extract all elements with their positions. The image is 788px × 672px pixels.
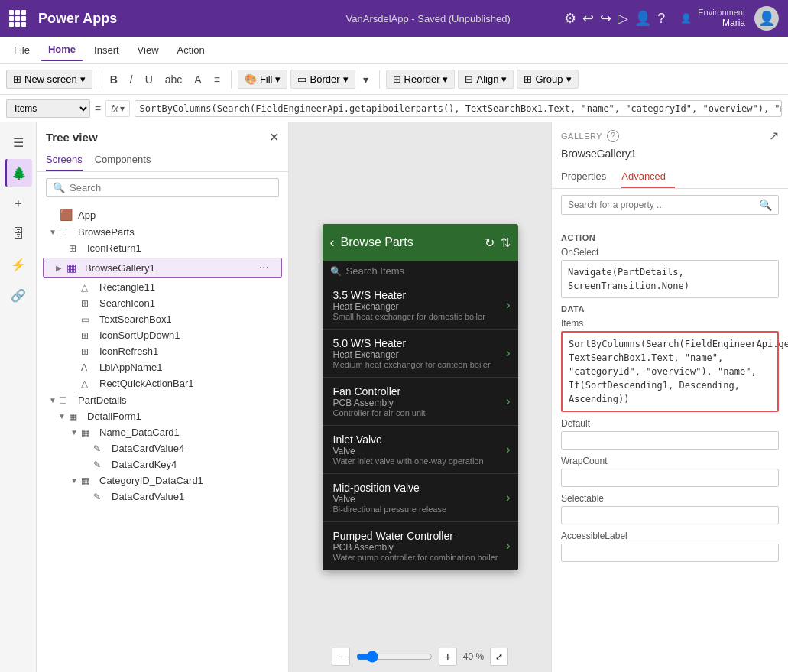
wrapcount-input[interactable]: 1 <box>561 469 779 487</box>
waffle-icon[interactable] <box>9 10 26 27</box>
list-item-0[interactable]: 3.5 W/S Heater Heat Exchanger Small heat… <box>323 281 518 330</box>
menu-home[interactable]: Home <box>41 39 83 61</box>
zoom-in-button[interactable]: + <box>439 648 457 666</box>
underline-icon[interactable]: U <box>141 70 157 89</box>
tab-components[interactable]: Components <box>95 149 151 171</box>
tree-item-searchicon1[interactable]: ⊞ SearchIcon1 <box>37 295 288 311</box>
tree-item-app[interactable]: 🟫 App <box>37 206 288 223</box>
iconsortupdown1-label: IconSortUpDown1 <box>99 330 279 341</box>
zoom-out-button[interactable]: − <box>332 648 350 666</box>
menu-file[interactable]: File <box>6 40 37 60</box>
tree-item-iconsortupdown1[interactable]: ⊞ IconSortUpDown1 <box>37 327 288 343</box>
tree-item-rectangle11[interactable]: △ Rectangle11 <box>37 279 288 295</box>
group-dropdown-icon: ▾ <box>566 73 572 85</box>
refresh-phone-icon[interactable]: ↻ <box>485 235 495 250</box>
tab-properties[interactable]: Properties <box>561 166 615 188</box>
fx-button[interactable]: fx ▾ <box>105 100 129 117</box>
accessibility-icon[interactable]: ⚙ <box>564 10 576 27</box>
sidebar-icon-connectors[interactable]: 🔗 <box>5 281 32 309</box>
tab-advanced[interactable]: Advanced <box>621 166 675 188</box>
menu-action[interactable]: Action <box>170 40 212 60</box>
group-button[interactable]: ⊞ Group ▾ <box>517 70 578 89</box>
list-item-5[interactable]: Pumped Water Controller PCB Assembly Wat… <box>323 522 518 570</box>
default-input[interactable] <box>561 431 779 450</box>
tree-item-iconreturn1[interactable]: ⊞ IconReturn1 <box>37 240 288 256</box>
zoom-slider[interactable] <box>356 651 433 663</box>
panel-title: Tree view <box>46 131 98 144</box>
tree-item-categoryiddatacard1[interactable]: ▼ ▦ CategoryID_DataCard1 <box>37 472 288 489</box>
border-extra-dropdown-icon[interactable]: ▾ <box>358 70 373 89</box>
env-label: Environment <box>698 8 745 18</box>
user-avatar[interactable]: 👤 <box>754 6 779 31</box>
list-item-4[interactable]: Mid-position Valve Valve Bi-directional … <box>323 474 518 522</box>
list-item-3[interactable]: Inlet Valve Valve Water inlet valve with… <box>323 426 518 474</box>
tree-item-datacardvalue4[interactable]: ✎ DataCardValue4 <box>37 440 288 456</box>
rectangle11-label: Rectangle11 <box>99 281 279 293</box>
align-icon[interactable]: ≡ <box>209 70 225 89</box>
menu-insert[interactable]: Insert <box>86 40 127 60</box>
fill-dropdown-icon: ▾ <box>275 73 281 85</box>
new-screen-button[interactable]: ⊞ New screen ▾ <box>6 70 92 89</box>
close-tree-button[interactable]: ✕ <box>269 130 279 144</box>
sort-icon: ⊞ <box>81 330 96 341</box>
default-field: Default <box>561 418 779 450</box>
align-button[interactable]: ⊟ Align ▾ <box>458 70 514 89</box>
reorder-button[interactable]: ⊞ Reorder ▾ <box>386 70 456 89</box>
tree-item-browseparts[interactable]: ▼ □ BrowseParts <box>37 223 288 240</box>
help-icon[interactable]: ? <box>657 11 665 27</box>
tree-item-datacardvalue1[interactable]: ✎ DataCardValue1 <box>37 489 288 505</box>
sidebar-icon-add[interactable]: ＋ <box>5 190 32 217</box>
tree-item-iconrefresh1[interactable]: ⊞ IconRefresh1 <box>37 343 288 359</box>
formula-input[interactable]: SortByColumns(Search(FieldEngineerApi.ge… <box>135 100 782 117</box>
sidebar-icon-tree[interactable]: 🌲 <box>5 159 32 187</box>
font-color-icon[interactable]: A <box>190 70 206 89</box>
bold-icon[interactable]: B <box>105 70 122 89</box>
fill-button[interactable]: 🎨 Fill ▾ <box>238 70 288 89</box>
panel-header: Tree view ✕ <box>37 122 288 149</box>
canvas-bottom-controls: − + 40 % ⤢ <box>332 648 508 666</box>
tree-item-textsearchbox1[interactable]: ▭ TextSearchBox1 <box>37 311 288 327</box>
tree-item-browsegallery1[interactable]: ▶ ▦ BrowseGallery1 ··· <box>43 258 282 278</box>
redo-icon[interactable]: ↪ <box>600 10 611 27</box>
tree-search-input[interactable] <box>70 182 272 193</box>
tree-item-partdetails[interactable]: ▼ □ PartDetails <box>37 391 288 408</box>
sidebar-icon-data[interactable]: 🗄 <box>5 220 32 248</box>
main-layout: ☰ 🌲 ＋ 🗄 ⚡ 🔗 Tree view ✕ Screens Componen… <box>0 122 788 672</box>
strikethrough-icon[interactable]: abc <box>161 70 187 89</box>
action-section-label: ACTION <box>561 233 779 242</box>
tree-item-lblappname1[interactable]: A LblAppName1 <box>37 359 288 375</box>
tree-item-datacardkey4[interactable]: ✎ DataCardKey4 <box>37 456 288 472</box>
onselect-value[interactable]: Navigate(PartDetails, ScreenTransition.N… <box>561 260 779 298</box>
catdatacard-icon: ▦ <box>81 476 96 486</box>
list-item-1[interactable]: 5.0 W/S Heater Heat Exchanger Medium hea… <box>323 330 518 378</box>
tab-screens[interactable]: Screens <box>46 149 83 171</box>
props-search-input[interactable] <box>568 200 754 210</box>
expand-canvas-button[interactable]: ⤢ <box>490 648 508 666</box>
items-formula[interactable]: SortByColumns(Search(FieldEngineerApi.ge… <box>561 331 779 412</box>
sort-phone-icon[interactable]: ⇅ <box>501 235 511 250</box>
chevron-1: › <box>506 346 510 360</box>
accessible-label-input[interactable] <box>561 544 779 562</box>
menu-view[interactable]: View <box>130 40 167 60</box>
border-button[interactable]: ▭ Border ▾ <box>290 70 355 89</box>
sidebar-icon-variables[interactable]: ⚡ <box>5 251 32 278</box>
item-name-2: Fan Controller <box>333 385 507 398</box>
user-icon[interactable]: 👤 <box>634 10 651 27</box>
list-item-2[interactable]: Fan Controller PCB Assembly Controller f… <box>323 378 518 426</box>
detailform-icon: ▦ <box>69 411 84 422</box>
property-select[interactable]: Items <box>6 99 90 118</box>
undo-icon[interactable]: ↩ <box>582 10 594 27</box>
expand-arrow-browseparts: ▼ <box>49 228 60 236</box>
tree-item-rectquickactionbar1[interactable]: △ RectQuickActionBar1 <box>37 375 288 391</box>
dcv4-icon: ✎ <box>93 443 109 454</box>
more-options-button[interactable]: ··· <box>256 261 272 274</box>
gallery-help-icon[interactable]: ? <box>607 130 619 142</box>
italic-icon[interactable]: / <box>125 70 138 89</box>
play-icon[interactable]: ▷ <box>618 10 628 27</box>
tree-item-namedatacard1[interactable]: ▼ ▦ Name_DataCard1 <box>37 424 288 440</box>
expand-panel-icon[interactable]: ↗ <box>769 128 779 143</box>
back-button[interactable]: ‹ <box>330 235 335 251</box>
selectable-input[interactable]: true <box>561 506 779 524</box>
tree-item-detailform1[interactable]: ▼ ▦ DetailForm1 <box>37 408 288 424</box>
sidebar-icon-menu[interactable]: ☰ <box>5 128 32 156</box>
